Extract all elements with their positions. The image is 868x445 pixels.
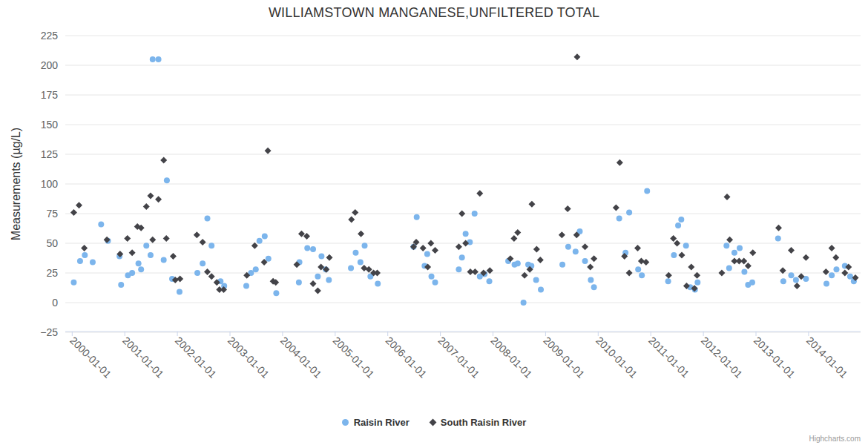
data-point-south-raisin-river[interactable] <box>170 253 177 260</box>
data-point-raisin-river[interactable] <box>273 290 279 296</box>
data-point-south-raisin-river[interactable] <box>537 257 544 263</box>
data-point-raisin-river[interactable] <box>414 214 420 220</box>
data-point-raisin-river[interactable] <box>315 274 320 280</box>
data-point-raisin-river[interactable] <box>90 260 96 266</box>
data-point-south-raisin-river[interactable] <box>348 217 355 223</box>
data-point-south-raisin-river[interactable] <box>70 209 77 216</box>
data-point-raisin-river[interactable] <box>775 236 781 242</box>
data-point-south-raisin-river[interactable] <box>147 193 154 200</box>
data-point-raisin-river[interactable] <box>310 246 316 252</box>
data-point-south-raisin-river[interactable] <box>745 263 752 269</box>
data-point-raisin-river[interactable] <box>424 251 430 257</box>
data-point-south-raisin-river[interactable] <box>129 249 136 256</box>
highcharts-credits-link[interactable]: Highcharts.com <box>809 435 861 443</box>
data-point-raisin-river[interactable] <box>639 272 645 278</box>
data-point-raisin-river[interactable] <box>194 270 200 276</box>
data-point-south-raisin-river[interactable] <box>366 266 372 273</box>
data-point-raisin-river[interactable] <box>150 56 156 62</box>
data-point-raisin-river[interactable] <box>164 177 170 183</box>
data-point-south-raisin-river[interactable] <box>510 235 517 242</box>
data-point-raisin-river[interactable] <box>459 254 465 260</box>
data-point-south-raisin-river[interactable] <box>143 203 150 210</box>
data-point-raisin-river[interactable] <box>262 233 268 239</box>
data-point-raisin-river[interactable] <box>433 280 438 286</box>
data-point-south-raisin-river[interactable] <box>788 247 795 254</box>
data-point-south-raisin-river[interactable] <box>208 273 215 280</box>
data-point-raisin-river[interactable] <box>463 231 469 237</box>
data-point-raisin-river[interactable] <box>789 272 795 278</box>
data-point-raisin-river[interactable] <box>635 266 641 272</box>
data-point-south-raisin-river[interactable] <box>803 254 809 261</box>
data-point-south-raisin-river[interactable] <box>591 255 597 262</box>
data-point-raisin-river[interactable] <box>177 289 183 295</box>
data-point-south-raisin-river[interactable] <box>626 270 633 277</box>
data-point-raisin-river[interactable] <box>683 243 689 248</box>
data-point-raisin-river[interactable] <box>318 254 324 260</box>
data-point-south-raisin-river[interactable] <box>740 258 747 265</box>
data-point-raisin-river[interactable] <box>200 260 206 266</box>
data-point-south-raisin-river[interactable] <box>374 270 381 277</box>
data-point-south-raisin-river[interactable] <box>823 268 829 275</box>
data-point-raisin-river[interactable] <box>723 243 729 248</box>
data-point-south-raisin-river[interactable] <box>573 53 580 60</box>
legend-item-south-raisin-river[interactable]: South Raisin River <box>430 417 527 428</box>
data-point-south-raisin-river[interactable] <box>160 157 167 164</box>
data-point-raisin-river[interactable] <box>208 243 214 248</box>
data-point-raisin-river[interactable] <box>538 286 544 292</box>
data-point-south-raisin-river[interactable] <box>352 209 358 216</box>
data-point-south-raisin-river[interactable] <box>326 254 333 261</box>
data-point-raisin-river[interactable] <box>731 250 737 256</box>
data-point-south-raisin-river[interactable] <box>587 264 594 271</box>
data-point-raisin-river[interactable] <box>375 280 381 286</box>
data-point-raisin-river[interactable] <box>429 274 435 280</box>
data-point-south-raisin-river[interactable] <box>458 211 465 217</box>
data-point-south-raisin-river[interactable] <box>724 194 731 200</box>
data-point-raisin-river[interactable] <box>156 56 162 62</box>
data-point-raisin-river[interactable] <box>847 274 853 280</box>
data-point-raisin-river[interactable] <box>588 277 594 283</box>
data-point-raisin-river[interactable] <box>326 277 332 283</box>
data-point-raisin-river[interactable] <box>675 222 681 228</box>
data-point-raisin-river[interactable] <box>205 215 211 221</box>
data-point-raisin-river[interactable] <box>118 282 124 288</box>
data-point-raisin-river[interactable] <box>521 300 527 306</box>
data-point-raisin-river[interactable] <box>833 266 839 272</box>
data-point-south-raisin-river[interactable] <box>265 148 272 154</box>
data-point-raisin-river[interactable] <box>626 209 632 215</box>
data-point-raisin-river[interactable] <box>582 258 588 264</box>
data-point-south-raisin-river[interactable] <box>559 231 565 238</box>
data-point-raisin-river[interactable] <box>352 250 358 256</box>
data-point-south-raisin-river[interactable] <box>832 254 839 261</box>
data-point-raisin-river[interactable] <box>98 221 104 227</box>
data-point-south-raisin-river[interactable] <box>427 240 434 247</box>
data-point-raisin-river[interactable] <box>678 217 684 222</box>
data-point-raisin-river[interactable] <box>82 252 88 258</box>
data-point-raisin-river[interactable] <box>780 278 786 284</box>
data-point-raisin-river[interactable] <box>487 278 493 284</box>
data-point-raisin-river[interactable] <box>565 244 571 250</box>
data-point-south-raisin-river[interactable] <box>829 245 835 251</box>
data-point-south-raisin-river[interactable] <box>177 276 183 283</box>
data-point-raisin-river[interactable] <box>644 188 650 194</box>
data-point-raisin-river[interactable] <box>148 252 154 258</box>
data-point-south-raisin-river[interactable] <box>565 205 571 212</box>
data-point-raisin-river[interactable] <box>573 248 579 254</box>
data-point-south-raisin-river[interactable] <box>533 246 540 253</box>
data-point-south-raisin-river[interactable] <box>726 237 733 243</box>
data-point-raisin-river[interactable] <box>253 266 259 272</box>
data-point-raisin-river[interactable] <box>829 272 835 278</box>
data-point-south-raisin-river[interactable] <box>472 268 479 275</box>
data-point-raisin-river[interactable] <box>77 258 83 264</box>
data-point-raisin-river[interactable] <box>456 266 461 272</box>
data-point-raisin-river[interactable] <box>161 257 167 263</box>
data-point-south-raisin-river[interactable] <box>163 235 170 242</box>
data-point-raisin-river[interactable] <box>70 280 76 286</box>
data-point-south-raisin-river[interactable] <box>617 159 623 166</box>
legend-item-raisin-river[interactable]: Raisin River <box>342 417 410 428</box>
data-point-south-raisin-river[interactable] <box>582 243 588 250</box>
data-point-south-raisin-river[interactable] <box>634 245 641 251</box>
data-point-raisin-river[interactable] <box>129 270 135 276</box>
data-point-south-raisin-river[interactable] <box>794 283 800 289</box>
data-point-raisin-river[interactable] <box>793 277 799 283</box>
data-point-south-raisin-river[interactable] <box>841 270 848 277</box>
